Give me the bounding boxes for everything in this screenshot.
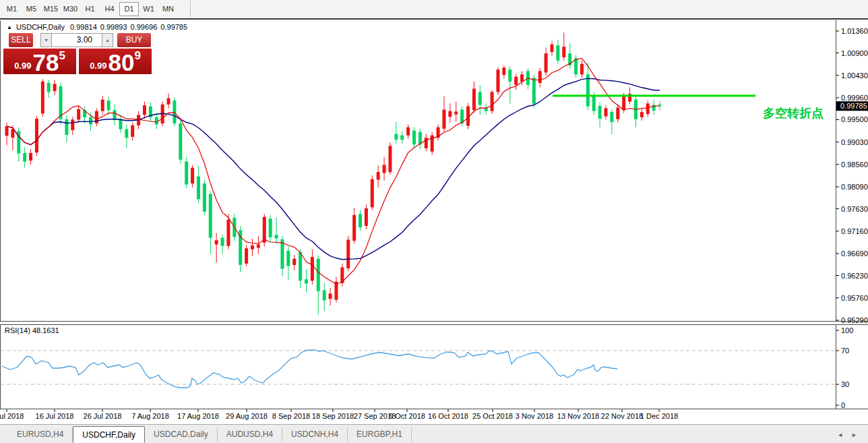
rsi-line[interactable] [2, 350, 617, 388]
bearish-candle[interactable] [269, 215, 272, 242]
bearish-candle[interactable] [275, 218, 278, 243]
bearish-candle[interactable] [149, 102, 152, 121]
timeframe-button-M15[interactable]: M15 [41, 2, 61, 16]
one-click-panel-toggle-icon[interactable]: ▲ [7, 24, 12, 30]
bullish-candle[interactable] [562, 32, 565, 61]
bearish-candle[interactable] [586, 63, 590, 111]
bullish-candle[interactable] [377, 165, 380, 187]
bullish-candle[interactable] [550, 41, 553, 56]
bearish-candle[interactable] [119, 115, 122, 133]
bearish-candle[interactable] [574, 55, 578, 78]
bullish-candle[interactable] [143, 102, 146, 119]
bullish-candle[interactable] [5, 123, 9, 146]
tab-scroll-right-icon[interactable]: ► [851, 432, 857, 438]
bullish-candle[interactable] [352, 208, 356, 243]
bullish-candle[interactable] [580, 61, 584, 78]
bearish-candle[interactable] [107, 97, 111, 115]
symbol-tab-EURGBP[interactable]: EURGBP,H1 [348, 427, 412, 442]
bearish-candle[interactable] [83, 107, 86, 123]
bearish-candle[interactable] [359, 210, 362, 231]
bullish-candle[interactable] [640, 109, 644, 121]
bearish-candle[interactable] [113, 105, 117, 125]
bullish-candle[interactable] [425, 134, 428, 151]
bearish-candle[interactable] [610, 109, 613, 134]
slow-ma-line[interactable] [7, 78, 660, 259]
bullish-candle[interactable] [646, 100, 650, 117]
bearish-candle[interactable] [400, 131, 404, 143]
bearish-candle[interactable] [652, 100, 656, 115]
bearish-candle[interactable] [478, 86, 482, 115]
bearish-candle[interactable] [394, 121, 398, 144]
bullish-candle[interactable] [346, 236, 350, 271]
bullish-candle[interactable] [616, 105, 619, 123]
bullish-candle[interactable] [263, 214, 266, 246]
bullish-candle[interactable] [329, 288, 332, 305]
tab-scroll-left-icon[interactable]: ◄ [837, 432, 843, 438]
bearish-candle[interactable] [418, 129, 422, 150]
bullish-candle[interactable] [71, 117, 74, 135]
bullish-candle[interactable] [35, 116, 38, 156]
bullish-candle[interactable] [437, 125, 440, 141]
bearish-candle[interactable] [173, 98, 176, 126]
bullish-candle[interactable] [311, 249, 314, 285]
bullish-candle[interactable] [95, 108, 98, 126]
bullish-candle[interactable] [538, 68, 542, 87]
bearish-candle[interactable] [299, 249, 302, 289]
bearish-candle[interactable] [286, 246, 290, 279]
bullish-candle[interactable] [502, 65, 505, 79]
bullish-candle[interactable] [215, 233, 218, 263]
bullish-candle[interactable] [371, 175, 374, 210]
bullish-candle[interactable] [251, 239, 254, 256]
bearish-candle[interactable] [317, 256, 320, 315]
volume-increase-icon[interactable]: ▲ [102, 33, 113, 47]
bearish-candle[interactable] [65, 115, 68, 142]
bullish-candle[interactable] [334, 277, 338, 303]
bullish-candle[interactable] [448, 103, 452, 122]
bullish-candle[interactable] [514, 74, 518, 90]
bearish-candle[interactable] [508, 66, 512, 103]
bearish-candle[interactable] [185, 157, 188, 189]
volume-decrease-icon[interactable]: ▼ [40, 33, 52, 47]
bearish-candle[interactable] [59, 82, 63, 124]
symbol-tab-USDCAD[interactable]: USDCAD,Daily [145, 427, 218, 442]
timeframe-button-M30[interactable]: M30 [61, 2, 80, 16]
volume-value-field[interactable]: 3.00 [52, 33, 102, 47]
bullish-candle[interactable] [257, 236, 260, 254]
timeframe-button-W1[interactable]: W1 [139, 2, 158, 16]
timeframe-button-H1[interactable]: H1 [80, 2, 100, 16]
bearish-candle[interactable] [568, 43, 571, 69]
bullish-candle[interactable] [604, 105, 608, 119]
timeframe-button-MN[interactable]: MN [158, 2, 178, 16]
bullish-candle[interactable] [496, 67, 499, 95]
bullish-candle[interactable] [491, 90, 494, 114]
bullish-candle[interactable] [292, 255, 296, 270]
bullish-candle[interactable] [472, 82, 476, 113]
timeframe-button-M1[interactable]: M1 [2, 2, 22, 16]
sell-price-button[interactable]: 0.99 78 5 [3, 49, 76, 74]
bearish-candle[interactable] [280, 236, 284, 276]
bearish-candle[interactable] [203, 179, 206, 214]
timeframe-button-M5[interactable]: M5 [22, 2, 41, 16]
bullish-candle[interactable] [77, 105, 80, 122]
bearish-candle[interactable] [323, 283, 326, 311]
bearish-candle[interactable] [23, 147, 26, 167]
bearish-candle[interactable] [197, 166, 200, 202]
bearish-candle[interactable] [125, 125, 128, 148]
bullish-candle[interactable] [406, 125, 410, 139]
timeframe-button-D1[interactable]: D1 [119, 2, 139, 16]
bullish-candle[interactable] [167, 94, 170, 109]
bullish-candle[interactable] [53, 80, 57, 95]
bearish-candle[interactable] [634, 97, 638, 127]
bullish-candle[interactable] [131, 123, 134, 141]
buy-price-button[interactable]: 0.99 80 9 [79, 49, 152, 74]
bearish-candle[interactable] [221, 235, 224, 254]
bullish-candle[interactable] [245, 245, 248, 266]
bearish-candle[interactable] [179, 119, 182, 163]
bearish-candle[interactable] [598, 102, 602, 127]
bearish-candle[interactable] [485, 103, 488, 115]
bullish-candle[interactable] [365, 204, 368, 229]
symbol-tab-AUDUSD[interactable]: AUDUSD,H4 [218, 427, 282, 442]
bearish-candle[interactable] [305, 269, 308, 292]
symbol-tab-USDCHF[interactable]: USDCHF,Daily [73, 426, 145, 443]
bullish-candle[interactable] [340, 264, 344, 287]
